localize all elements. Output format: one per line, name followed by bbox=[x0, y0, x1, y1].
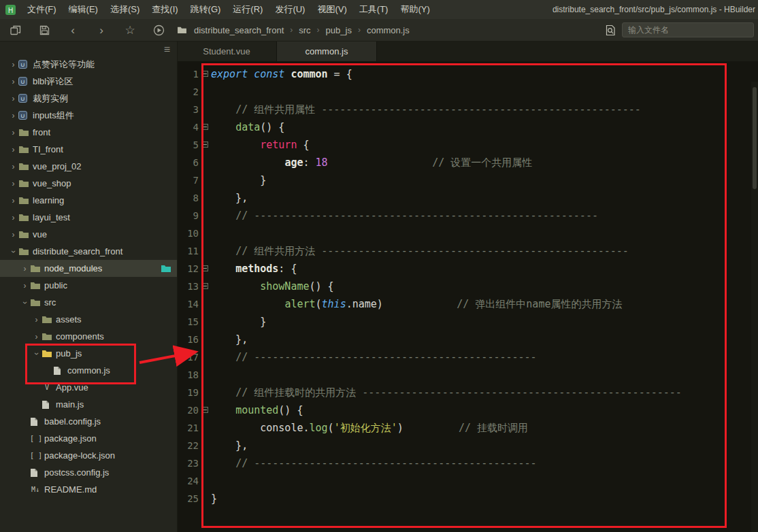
project-switch-icon[interactable] bbox=[10, 24, 22, 36]
tree-item[interactable]: ›public bbox=[0, 277, 177, 294]
tree-item[interactable]: ›components bbox=[0, 328, 177, 345]
tree-item-label: README.md bbox=[44, 484, 97, 495]
tab-student-vue[interactable]: Student.vue bbox=[177, 41, 277, 61]
menu-item[interactable]: 工具(T) bbox=[353, 0, 395, 19]
line-number: 4 bbox=[177, 118, 199, 136]
tree-item[interactable]: [ ]package-lock.json bbox=[0, 447, 177, 464]
chevron-right-icon[interactable]: › bbox=[8, 180, 18, 188]
line-number: 16 bbox=[177, 331, 199, 348]
fold-marker-icon[interactable] bbox=[199, 65, 211, 83]
chevron-right-icon[interactable]: › bbox=[8, 146, 18, 154]
tree-item[interactable]: ›vue bbox=[0, 226, 177, 243]
tree-item[interactable]: VApp.vue bbox=[0, 379, 177, 396]
chevron-right-icon[interactable]: › bbox=[8, 95, 18, 103]
folder-icon bbox=[18, 230, 31, 239]
tree-item[interactable]: ›vue_proj_02 bbox=[0, 158, 177, 175]
menu-item[interactable]: 文件(F) bbox=[21, 0, 63, 19]
menu-item[interactable]: 运行(R) bbox=[227, 0, 269, 19]
chevron-down-icon[interactable]: › bbox=[21, 297, 29, 307]
locate-folder-icon[interactable] bbox=[161, 264, 171, 275]
folder-icon bbox=[18, 196, 31, 205]
chevron-right-icon[interactable]: › bbox=[8, 163, 18, 171]
chevron-right-icon[interactable]: › bbox=[20, 265, 30, 273]
fold-gutter bbox=[199, 366, 211, 384]
breadcrumb-item[interactable]: common.js bbox=[365, 25, 411, 35]
forward-icon[interactable]: › bbox=[95, 24, 108, 36]
hamburger-menu-icon[interactable]: ≡ bbox=[164, 44, 170, 56]
bookmark-star-icon[interactable]: ☆ bbox=[124, 24, 136, 36]
menu-item[interactable]: 查找(I) bbox=[146, 0, 184, 19]
chevron-right-icon[interactable]: › bbox=[8, 231, 18, 239]
run-icon[interactable] bbox=[152, 24, 165, 36]
breadcrumb-item[interactable]: src bbox=[297, 25, 312, 35]
back-icon[interactable]: ‹ bbox=[67, 24, 79, 36]
breadcrumb-separator-icon: › bbox=[358, 25, 361, 35]
tree-item-label: package.json bbox=[44, 433, 97, 444]
chevron-right-icon[interactable]: › bbox=[8, 78, 18, 86]
chevron-right-icon[interactable]: › bbox=[8, 214, 18, 222]
tree-item[interactable]: ›U裁剪实例 bbox=[0, 90, 177, 107]
tree-item[interactable]: ›TI_front bbox=[0, 141, 177, 158]
menu-item[interactable]: 发行(U) bbox=[269, 0, 311, 19]
tree-item-label: components bbox=[56, 331, 104, 342]
fold-marker-icon[interactable] bbox=[199, 278, 211, 295]
filename-search-input[interactable] bbox=[622, 22, 754, 37]
tree-item[interactable]: postcss.config.js bbox=[0, 464, 177, 481]
tree-item[interactable]: ›src bbox=[0, 294, 177, 311]
tree-item[interactable]: ›distribute_search_front bbox=[0, 243, 177, 260]
tree-item[interactable]: ›U点赞评论等功能 bbox=[0, 56, 177, 73]
line-number: 2 bbox=[177, 83, 199, 101]
fold-gutter bbox=[199, 419, 211, 437]
chevron-right-icon[interactable]: › bbox=[20, 282, 30, 290]
chevron-right-icon[interactable]: › bbox=[8, 129, 18, 137]
tree-item[interactable]: ›pub_js bbox=[0, 345, 177, 362]
fold-marker-icon[interactable] bbox=[199, 136, 211, 154]
tree-item[interactable]: ›front bbox=[0, 124, 177, 141]
breadcrumb-item[interactable]: pub_js bbox=[325, 25, 353, 35]
editor-scrollbar[interactable] bbox=[751, 82, 758, 532]
tab-common-js[interactable]: common.js bbox=[277, 41, 377, 61]
tree-item[interactable]: ›assets bbox=[0, 311, 177, 328]
tree-item[interactable]: common.js bbox=[0, 362, 177, 379]
tree-item[interactable]: ›Uinputs组件 bbox=[0, 107, 177, 124]
code-text bbox=[211, 472, 758, 490]
tree-item[interactable]: ›layui_test bbox=[0, 209, 177, 226]
window-title: distribute_search_front/src/pub_js/commo… bbox=[553, 0, 755, 19]
code-text: // 组件挂载时的共用方法 --------------------------… bbox=[211, 384, 758, 401]
editor[interactable]: 1export const common = {23 // 组件共用属性 ---… bbox=[177, 61, 758, 532]
line-number: 3 bbox=[177, 101, 199, 118]
fold-marker-icon[interactable] bbox=[199, 260, 211, 278]
chevron-right-icon[interactable]: › bbox=[8, 61, 18, 69]
tree-item[interactable]: babel.config.js bbox=[0, 413, 177, 430]
tree-item[interactable]: ›Ublbl评论区 bbox=[0, 73, 177, 90]
menu-item[interactable]: 帮助(Y) bbox=[394, 0, 435, 19]
chevron-down-icon[interactable]: › bbox=[33, 348, 41, 359]
tree-item[interactable]: main.js bbox=[0, 396, 177, 413]
search-file-icon[interactable] bbox=[604, 24, 616, 36]
menu-item[interactable]: 选择(S) bbox=[104, 0, 146, 19]
tree-item[interactable]: M↓README.md bbox=[0, 481, 177, 498]
chevron-right-icon[interactable]: › bbox=[31, 333, 42, 341]
scrollbar-thumb[interactable] bbox=[753, 87, 757, 189]
tree-item-label: package-lock.json bbox=[44, 450, 115, 461]
breadcrumb-item[interactable]: distribute_search_front bbox=[193, 25, 285, 35]
tree-item-label: learning bbox=[33, 195, 64, 205]
tree-item[interactable]: ›learning bbox=[0, 192, 177, 209]
svg-text:U: U bbox=[21, 79, 25, 85]
line-number: 9 bbox=[177, 207, 199, 225]
save-icon[interactable] bbox=[38, 24, 50, 36]
tree-item[interactable]: ›node_modules bbox=[0, 260, 177, 277]
tree-item[interactable]: ›vue_shop bbox=[0, 175, 177, 192]
code-line: 13 showName() { bbox=[177, 278, 758, 295]
menu-item[interactable]: 编辑(E) bbox=[63, 0, 104, 19]
menu-item[interactable]: 视图(V) bbox=[311, 0, 352, 19]
menu-item[interactable]: 跳转(G) bbox=[184, 0, 227, 19]
chevron-right-icon[interactable]: › bbox=[8, 112, 18, 120]
chevron-right-icon[interactable]: › bbox=[8, 197, 18, 205]
fold-marker-icon[interactable] bbox=[199, 401, 211, 419]
chevron-down-icon[interactable]: › bbox=[10, 246, 18, 256]
chevron-right-icon[interactable]: › bbox=[31, 316, 42, 324]
fold-marker-icon[interactable] bbox=[199, 118, 211, 136]
breadcrumb: distribute_search_front›src›pub_js›commo… bbox=[177, 25, 411, 35]
tree-item[interactable]: [ ]package.json bbox=[0, 430, 177, 447]
